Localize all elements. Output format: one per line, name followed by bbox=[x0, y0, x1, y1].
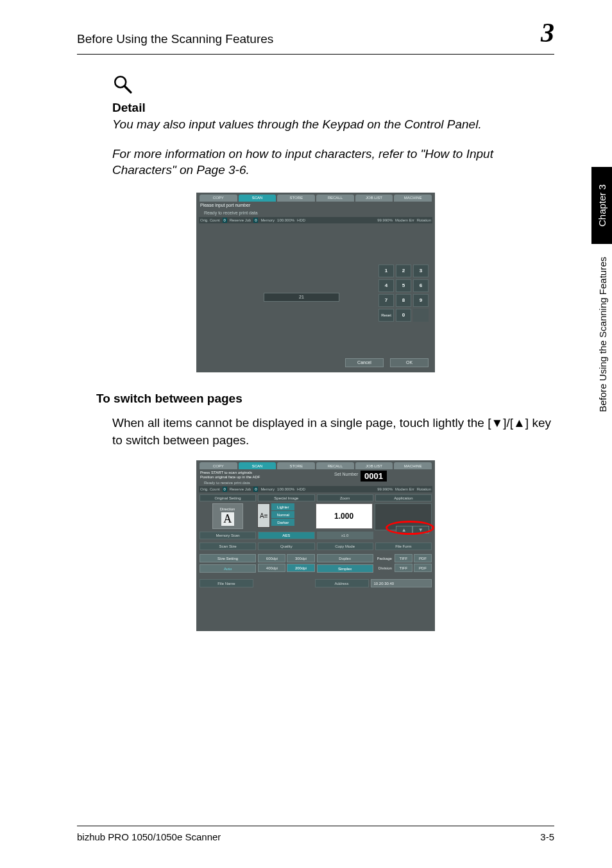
s1-modem: Modem Err bbox=[395, 218, 414, 222]
s2-ff-grid: Package TIFF PDF Division TIFF PDF bbox=[375, 554, 432, 572]
s1-tab-machine[interactable]: MACHINE bbox=[394, 195, 432, 202]
s1-rotation: Rotation bbox=[417, 218, 431, 222]
s1-instruction: Please input port number bbox=[200, 203, 250, 207]
s1-statusbar: Orig. Count 0 Reserve Job 0 Memory 100.0… bbox=[199, 217, 432, 223]
s1-reserve-lbl: Reserve Job bbox=[230, 218, 251, 222]
detail-heading: Detail bbox=[112, 101, 554, 115]
detail-block: Detail You may also input values through… bbox=[77, 74, 554, 178]
s2-aes[interactable]: AES bbox=[258, 532, 314, 539]
section2-heading: To switch between pages bbox=[96, 392, 554, 406]
s2-ff-division-pdf[interactable]: PDF bbox=[414, 564, 432, 572]
s2-h-fileform[interactable]: File Form bbox=[375, 542, 432, 550]
s2-zoom-value[interactable]: 1.000 bbox=[316, 503, 373, 529]
s2-orientation-icon[interactable]: A≡ bbox=[257, 503, 270, 528]
s2-copymode-col: Duplex Simplex bbox=[317, 554, 373, 573]
s2-instruction: Press START to scan originals Position o… bbox=[200, 471, 260, 480]
s2-tab-joblist[interactable]: JOB LIST bbox=[355, 462, 393, 469]
svg-line-1 bbox=[125, 87, 131, 92]
s2-ff-package-tiff[interactable]: TIFF bbox=[395, 554, 412, 562]
s1-key-3[interactable]: 3 bbox=[413, 265, 429, 277]
footer-left: bizhub PRO 1050/1050e Scanner bbox=[77, 831, 221, 842]
s1-key-0[interactable]: 0 bbox=[396, 309, 411, 322]
s2-200dpi[interactable]: 200dpi bbox=[287, 564, 314, 572]
s2-normal[interactable]: Normal bbox=[271, 511, 294, 518]
s2-setnum-label: Set Number bbox=[334, 472, 358, 476]
s1-key-8[interactable]: 8 bbox=[396, 294, 411, 307]
s2-scan-col: Size Setting Auto bbox=[200, 554, 256, 573]
s2-filename-button[interactable]: File Name bbox=[200, 579, 253, 587]
s2-special-cell: A≡ Lighter Normal Darker bbox=[257, 503, 313, 529]
s2-address-button[interactable]: Address bbox=[315, 579, 369, 587]
s2-sectionA: Direction A A≡ Lighter Normal Darker 1.0… bbox=[200, 503, 432, 529]
s2-density-col: Lighter Normal Darker bbox=[271, 503, 294, 529]
s2-lighter[interactable]: Lighter bbox=[271, 503, 294, 510]
s2-tab-machine[interactable]: MACHINE bbox=[394, 462, 432, 469]
s1-key-reset[interactable]: Reset bbox=[378, 309, 394, 322]
s2-statusbar: Orig. Count 0 Reserve Job 0 Memory 100.0… bbox=[199, 486, 432, 492]
s2-ff-division-tiff[interactable]: TIFF bbox=[395, 564, 412, 572]
s2-h-scansize[interactable]: Scan Size bbox=[200, 542, 256, 550]
s2-h-special[interactable]: Special Image bbox=[258, 494, 314, 501]
s2-instruction-l1: Press START to scan originals bbox=[200, 471, 252, 474]
s1-buttons: Cancel OK bbox=[345, 358, 429, 367]
s2-tab-copy[interactable]: COPY bbox=[200, 462, 237, 469]
screenshot-2: COPY SCAN STORE RECALL JOB LIST MACHINE … bbox=[196, 460, 435, 631]
s2-row5: File Name Address 10.20.30.40 bbox=[200, 579, 432, 587]
s2-hdd: 99.990% bbox=[377, 487, 393, 491]
s1-ok-button[interactable]: OK bbox=[390, 358, 429, 367]
s2-address-value[interactable]: 10.20.30.40 bbox=[371, 579, 432, 587]
s1-key-5[interactable]: 5 bbox=[396, 279, 411, 292]
side-section-text: Before Using the Scanning Features bbox=[597, 257, 608, 412]
s2-h-original[interactable]: Original Setting bbox=[200, 494, 256, 501]
s2-auto[interactable]: Auto bbox=[200, 564, 256, 573]
s2-size-setting[interactable]: Size Setting bbox=[200, 554, 256, 562]
s2-setnum-value: 0001 bbox=[361, 471, 387, 482]
page-content: Before Using the Scanning Features 3 Det… bbox=[77, 19, 554, 829]
s1-tab-store[interactable]: STORE bbox=[277, 195, 315, 202]
magnifier-icon bbox=[112, 74, 134, 98]
s1-tab-copy[interactable]: COPY bbox=[200, 195, 237, 202]
header-title: Before Using the Scanning Features bbox=[77, 32, 273, 46]
s1-tab-scan[interactable]: SCAN bbox=[239, 195, 276, 202]
s2-x1[interactable]: x1.0 bbox=[317, 532, 373, 539]
s2-direction-cell: Direction A bbox=[200, 503, 255, 529]
s2-simplex[interactable]: Simplex bbox=[317, 564, 373, 573]
s1-key-7[interactable]: 7 bbox=[378, 294, 394, 307]
s1-cancel-button[interactable]: Cancel bbox=[345, 358, 384, 367]
chapter-number: 3 bbox=[541, 19, 554, 46]
s1-key-1[interactable]: 1 bbox=[378, 265, 394, 277]
s2-tab-recall[interactable]: RECALL bbox=[316, 462, 354, 469]
s1-key-6[interactable]: 6 bbox=[413, 279, 429, 292]
s1-tab-joblist[interactable]: JOB LIST bbox=[355, 195, 393, 202]
s2-hdd-lbl: HDD bbox=[297, 487, 305, 491]
s2-darker[interactable]: Darker bbox=[271, 519, 294, 526]
s2-h-zoom[interactable]: Zoom bbox=[317, 494, 373, 501]
s1-reserve: 0 bbox=[253, 218, 258, 223]
s2-direction-label: Direction bbox=[220, 507, 235, 511]
s1-input-field[interactable]: 21 bbox=[264, 293, 339, 302]
s2-memory-scan[interactable]: Memory Scan bbox=[200, 532, 256, 539]
s1-key-9[interactable]: 9 bbox=[413, 294, 429, 307]
s2-reserve: 0 bbox=[253, 487, 258, 492]
s2-400dpi[interactable]: 400dpi bbox=[258, 564, 285, 572]
s2-h-quality[interactable]: Quality bbox=[258, 542, 314, 550]
s2-direction-button[interactable]: Direction A bbox=[212, 503, 243, 529]
s1-key-4[interactable]: 4 bbox=[378, 279, 394, 292]
s2-row3-headers: Scan Size Quality Copy Mode File Form bbox=[200, 542, 432, 550]
s2-600dpi[interactable]: 600dpi bbox=[258, 554, 285, 562]
section2-text: When all items cannot be displayed in a … bbox=[96, 415, 554, 449]
s1-key-2[interactable]: 2 bbox=[396, 265, 411, 277]
s2-duplex[interactable]: Duplex bbox=[317, 554, 373, 562]
s2-tab-store[interactable]: STORE bbox=[277, 462, 315, 469]
s2-h-copymode[interactable]: Copy Mode bbox=[317, 542, 373, 550]
s2-row4: Size Setting Auto 600dpi 300dpi 400dpi 2… bbox=[200, 554, 432, 573]
s2-ff-package-pdf[interactable]: PDF bbox=[414, 554, 432, 562]
page-footer: bizhub PRO 1050/1050e Scanner 3-5 bbox=[77, 826, 554, 842]
s2-origcount-lbl: Orig. Count bbox=[200, 487, 220, 491]
s2-tabs: COPY SCAN STORE RECALL JOB LIST MACHINE bbox=[200, 462, 432, 469]
s1-tab-recall[interactable]: RECALL bbox=[316, 195, 354, 202]
s2-tab-scan[interactable]: SCAN bbox=[239, 462, 276, 469]
s2-rotation: Rotation bbox=[417, 487, 431, 491]
s2-h-application[interactable]: Application bbox=[375, 494, 432, 501]
s2-300dpi[interactable]: 300dpi bbox=[287, 554, 314, 562]
